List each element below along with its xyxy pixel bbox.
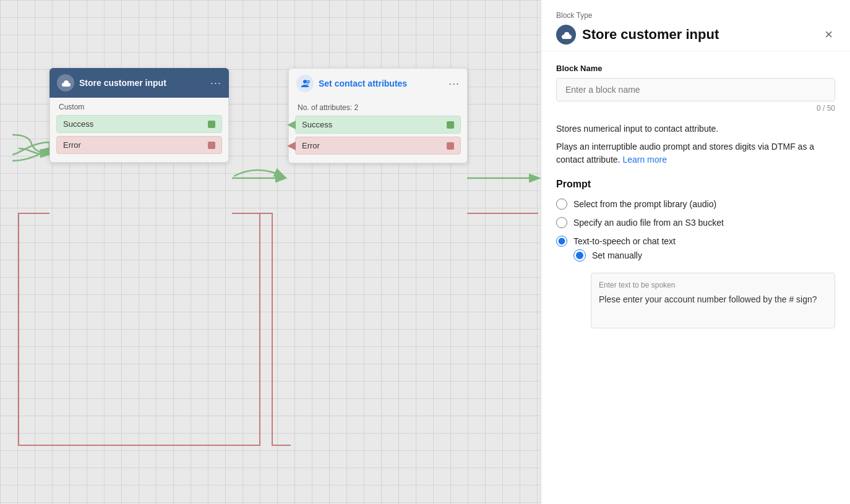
panel-content: Block Name 0 / 50 Stores numerical input… — [541, 51, 850, 341]
block-type-label: Block Type — [556, 11, 835, 20]
node-header-left: Store customer input — [57, 74, 166, 92]
contact-error-connector[interactable] — [447, 142, 454, 150]
radio-option-1[interactable]: Select from the prompt library (audio) — [556, 199, 835, 210]
store-customer-title: Store customer input — [79, 78, 166, 88]
radio-input-2[interactable] — [556, 217, 567, 228]
contact-error-label: Error — [302, 141, 320, 150]
panel-title-left: Store customer input — [556, 25, 719, 45]
svg-rect-0 — [307, 80, 310, 82]
panel-close-button[interactable]: × — [822, 25, 835, 44]
text-input-placeholder-label: Enter text to be spoken — [599, 281, 827, 289]
radio-input-1[interactable] — [556, 199, 567, 210]
store-error-output: Error — [56, 136, 222, 154]
store-error-label: Error — [63, 140, 81, 150]
radio-label-2: Specify an audio file from an S3 bucket — [573, 218, 724, 228]
radio-option-3[interactable]: Text-to-speech or chat text — [556, 236, 835, 247]
block-name-field-label: Block Name — [556, 64, 835, 73]
contact-success-connector[interactable] — [447, 121, 454, 129]
svg-rect-2 — [307, 83, 309, 85]
description-2: Plays an interruptible audio prompt and … — [556, 140, 835, 166]
panel-title: Store customer input — [582, 27, 719, 43]
panel-header: Block Type Store customer input × — [541, 0, 850, 51]
radio-option-2[interactable]: Specify an audio file from an S3 bucket — [556, 217, 835, 228]
flow-canvas: Store customer input ··· Custom Success … — [0, 0, 541, 504]
store-customer-node[interactable]: Store customer input ··· Custom Success … — [49, 68, 229, 163]
learn-more-link[interactable]: Learn more — [622, 155, 667, 164]
set-contact-menu[interactable]: ··· — [449, 77, 460, 90]
sub-radio-label-1: Set manually — [592, 250, 642, 260]
store-error-connector[interactable] — [208, 142, 215, 149]
set-contact-label: No. of attributes: 2 — [295, 103, 461, 112]
svg-rect-1 — [307, 82, 310, 83]
contact-error-output: Error — [295, 137, 461, 155]
contact-success-label: Success — [302, 120, 332, 129]
radio-input-3[interactable] — [556, 236, 567, 247]
store-success-output: Success — [56, 115, 222, 133]
radio-label-1: Select from the prompt library (audio) — [573, 199, 716, 209]
contact-icon — [296, 75, 314, 92]
cloud-icon — [57, 74, 74, 92]
store-success-connector[interactable] — [208, 121, 215, 128]
description-1: Stores numerical input to contact attrib… — [556, 122, 835, 135]
set-contact-node[interactable]: Set contact attributes ··· No. of attrib… — [288, 68, 468, 163]
right-panel: Block Type Store customer input × Block … — [541, 0, 850, 504]
sub-radio-input-1[interactable] — [573, 249, 586, 262]
char-count: 0 / 50 — [556, 104, 835, 113]
text-input-value: Plese enter your account number followed… — [599, 293, 827, 306]
store-success-label: Success — [63, 119, 93, 129]
radio-option-3-container: Text-to-speech or chat text Set manually… — [556, 236, 835, 328]
set-contact-title: Set contact attributes — [319, 79, 407, 89]
sub-radio-option-1[interactable]: Set manually — [573, 249, 835, 262]
prompt-section-title: Prompt — [556, 179, 835, 190]
sub-radio-group: Set manually Enter text to be spoken Ple… — [573, 249, 835, 328]
prompt-radio-group: Select from the prompt library (audio) S… — [556, 199, 835, 328]
contact-header-left: Set contact attributes — [296, 75, 407, 92]
store-customer-menu[interactable]: ··· — [210, 77, 221, 90]
contact-success-output: Success — [295, 116, 461, 134]
panel-cloud-icon — [556, 25, 576, 45]
block-name-input[interactable] — [556, 78, 835, 101]
radio-label-3: Text-to-speech or chat text — [573, 236, 676, 246]
store-customer-label: Custom — [56, 103, 222, 111]
text-input-area[interactable]: Enter text to be spoken Plese enter your… — [591, 273, 835, 328]
